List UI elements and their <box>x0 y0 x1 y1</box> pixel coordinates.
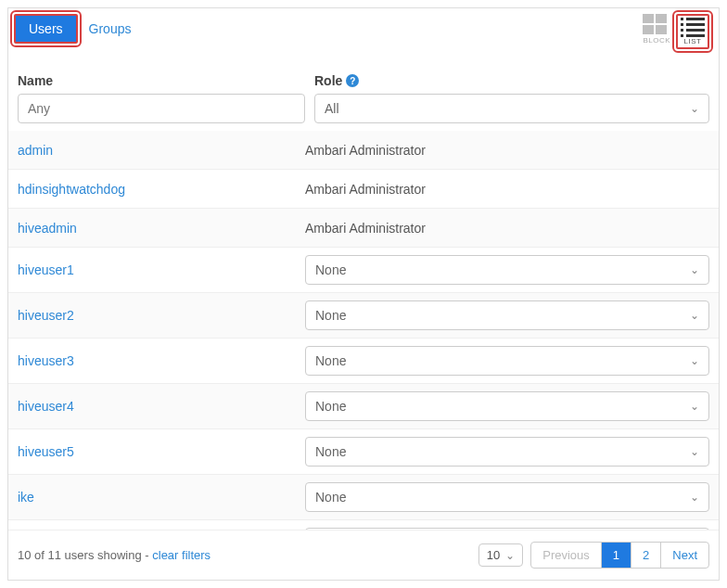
pager-previous[interactable]: Previous <box>531 543 601 568</box>
grid-icon <box>643 14 670 34</box>
table-row: hiveuser3None⌄ <box>8 339 719 384</box>
role-select[interactable]: None⌄ <box>305 391 709 421</box>
user-link[interactable]: hiveuser2 <box>18 308 305 323</box>
table-row: hiveuser2None⌄ <box>8 293 719 339</box>
user-link[interactable]: hiveadmin <box>18 221 305 236</box>
chevron-down-icon: ⌄ <box>690 102 699 115</box>
user-link[interactable]: hiveuser1 <box>18 262 305 277</box>
user-link[interactable]: hiveuser5 <box>18 444 305 459</box>
clear-filters-link[interactable]: clear filters <box>152 548 210 562</box>
table-row: adminAmbari Administrator <box>8 131 719 170</box>
chevron-down-icon: ⌄ <box>690 263 699 276</box>
view-list-button[interactable]: LIST <box>676 14 709 49</box>
table-row: hiveadminAmbari Administrator <box>8 209 719 248</box>
column-header-name: Name <box>18 73 305 88</box>
column-header-role: Role <box>314 73 342 88</box>
user-link[interactable]: ike <box>18 490 305 505</box>
user-link[interactable]: admin <box>18 143 305 158</box>
role-text: Ambari Administrator <box>305 143 709 158</box>
chevron-down-icon: ⌄ <box>505 549 515 562</box>
role-select[interactable]: None⌄ <box>305 300 709 330</box>
table-row: hiveuser1None⌄ <box>8 248 719 293</box>
table-row: ikeNone⌄ <box>8 475 719 520</box>
role-filter-select[interactable]: All ⌄ <box>314 94 709 123</box>
role-text: Ambari Administrator <box>305 182 709 197</box>
chevron-down-icon: ⌄ <box>690 354 699 367</box>
pager-page-1[interactable]: 1 <box>601 543 631 568</box>
user-link[interactable]: hiveuser3 <box>18 353 305 368</box>
pager-page-2[interactable]: 2 <box>631 543 660 568</box>
table-row: hiveuser5None⌄ <box>8 429 719 475</box>
table-row: joelNone⌄ <box>8 520 719 530</box>
page-size-select[interactable]: 10⌄ <box>478 543 523 567</box>
role-select[interactable]: None⌄ <box>305 482 709 512</box>
role-select[interactable]: None⌄ <box>305 346 709 376</box>
status-text: 10 of 11 users showing - clear filters <box>18 548 210 562</box>
table-row: hdinsightwatchdogAmbari Administrator <box>8 170 719 209</box>
chevron-down-icon: ⌄ <box>690 445 699 458</box>
name-filter-input[interactable] <box>18 94 305 123</box>
user-link[interactable]: hiveuser4 <box>18 399 305 414</box>
role-select[interactable]: None⌄ <box>305 437 709 467</box>
chevron-down-icon: ⌄ <box>690 309 699 322</box>
table-row: hiveuser4None⌄ <box>8 384 719 429</box>
user-link[interactable]: hdinsightwatchdog <box>18 182 305 197</box>
list-icon <box>681 18 705 37</box>
role-text: Ambari Administrator <box>305 221 709 236</box>
tab-users[interactable]: Users <box>14 14 78 44</box>
pager-next[interactable]: Next <box>660 543 708 568</box>
role-help-icon[interactable]: ? <box>346 74 359 87</box>
chevron-down-icon: ⌄ <box>690 491 699 504</box>
role-select[interactable]: None⌄ <box>305 255 709 285</box>
chevron-down-icon: ⌄ <box>690 400 699 413</box>
tab-groups[interactable]: Groups <box>85 16 135 42</box>
view-block-button[interactable]: BLOCK <box>643 14 670 45</box>
